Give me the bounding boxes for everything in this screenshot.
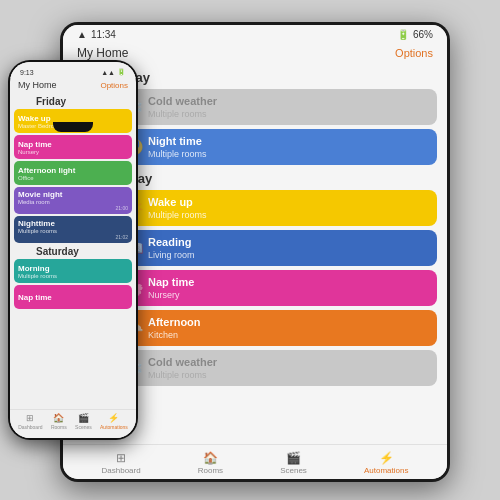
iphone-notch <box>53 122 93 132</box>
iphone-bottom-nav: ⊞ Dashboard 🏠 Rooms 🎬 Scenes ⚡ Automatio… <box>10 409 136 438</box>
reading-card-monday[interactable]: 📖 Reading Living room <box>120 230 437 266</box>
iphone-item-nighttime: Nighttime Multiple rooms 21:02 <box>14 216 132 243</box>
automations-label: Automations <box>364 466 408 475</box>
iphone-automations-label: Automations <box>100 424 128 430</box>
iphone-dashboard-label: Dashboard <box>18 424 42 430</box>
cold-weather-card-sunday[interactable]: ❄️ Cold weather Multiple rooms <box>120 89 437 125</box>
iphone-item-nap2: Nap time <box>14 285 132 309</box>
iphone-rooms-label: Rooms <box>51 424 67 430</box>
iphone-status-right: ▲▲ 🔋 <box>101 68 126 76</box>
iphone-item-movie-night: Movie night Media room 21:00 <box>14 187 132 214</box>
ipad-nav-scenes[interactable]: 🎬 Scenes <box>280 451 307 475</box>
iphone-signal-icon: ▲▲ <box>101 69 115 76</box>
friday-header: Friday <box>36 96 132 107</box>
ipad-status-right: 🔋 66% <box>397 29 433 40</box>
iphone-scenes-label: Scenes <box>75 424 92 430</box>
rooms-icon: 🏠 <box>203 451 218 465</box>
iphone-nighttime-card[interactable]: Nighttime Multiple rooms 21:02 <box>14 216 132 243</box>
iphone-rooms-icon: 🏠 <box>53 413 64 423</box>
iphone-scenes-icon: 🎬 <box>78 413 89 423</box>
iphone-item-afternoon-light: Afternoon light Office <box>14 161 132 185</box>
iphone-nap-card[interactable]: Nap time Nursery <box>14 135 132 159</box>
rooms-label: Rooms <box>198 466 223 475</box>
iphone-battery-icon: 🔋 <box>117 68 126 76</box>
iphone-options-button[interactable]: Options <box>100 81 128 90</box>
iphone-item-morning: Morning Multiple rooms <box>14 259 132 283</box>
iphone-time: 9:13 <box>20 69 34 76</box>
automations-icon: ⚡ <box>379 451 394 465</box>
iphone-nav-automations[interactable]: ⚡ Automations <box>100 413 128 430</box>
cold-weather-card-monday[interactable]: ❄️ Cold weather Multiple rooms <box>120 350 437 386</box>
ipad-nav-dashboard[interactable]: ⊞ Dashboard <box>102 451 141 475</box>
battery-pct: 66% <box>413 29 433 40</box>
iphone-item-nap: Nap time Nursery <box>14 135 132 159</box>
scenes-label: Scenes <box>280 466 307 475</box>
ipad-status-bar: ▲ 11:34 🔋 66% <box>63 25 447 44</box>
wake-up-card-monday[interactable]: ☀️ Wake up Multiple rooms <box>120 190 437 226</box>
dashboard-label: Dashboard <box>102 466 141 475</box>
ipad-home-title: My Home <box>77 46 128 60</box>
iphone-content: Friday Wake up Master Bedroom Nap time N… <box>10 93 136 409</box>
ipad-bottom-nav: ⊞ Dashboard 🏠 Rooms 🎬 Scenes ⚡ Automatio… <box>63 444 447 479</box>
afternoon-card-monday[interactable]: 🌤️ Afternoon Kitchen <box>120 310 437 346</box>
iphone-dashboard-icon: ⊞ <box>26 413 34 423</box>
ipad-options-button[interactable]: Options <box>395 47 433 59</box>
iphone-nav-bar: My Home Options <box>10 78 136 93</box>
ipad-nav-automations[interactable]: ⚡ Automations <box>364 451 408 475</box>
saturday-header: Saturday <box>36 246 132 257</box>
iphone-afternoon-light-card[interactable]: Afternoon light Office <box>14 161 132 185</box>
iphone-home-title: My Home <box>18 80 57 90</box>
iphone-nav-scenes[interactable]: 🎬 Scenes <box>75 413 92 430</box>
iphone-movie-night-card[interactable]: Movie night Media room 21:00 <box>14 187 132 214</box>
sunday-header: Sunday <box>103 70 437 85</box>
scenes-icon: 🎬 <box>286 451 301 465</box>
dashboard-icon: ⊞ <box>116 451 126 465</box>
monday-header: Monday <box>103 171 437 186</box>
ipad-nav-rooms[interactable]: 🏠 Rooms <box>198 451 223 475</box>
wifi-icon: ▲ <box>77 29 87 40</box>
iphone-status-bar: 9:13 ▲▲ 🔋 <box>10 62 136 78</box>
ipad-time: 11:34 <box>91 29 116 40</box>
night-time-card-sunday[interactable]: 🌙 Night time Multiple rooms <box>120 129 437 165</box>
iphone-nap2-card[interactable]: Nap time <box>14 285 132 309</box>
iphone-nav-dashboard[interactable]: ⊞ Dashboard <box>18 413 42 430</box>
iphone-screen: 9:13 ▲▲ 🔋 My Home Options Friday Wake up… <box>10 62 136 438</box>
battery-icon: 🔋 <box>397 29 409 40</box>
iphone-automations-icon: ⚡ <box>108 413 119 423</box>
iphone-nav-rooms[interactable]: 🏠 Rooms <box>51 413 67 430</box>
iphone-device: 9:13 ▲▲ 🔋 My Home Options Friday Wake up… <box>8 60 138 440</box>
nap-time-card-monday[interactable]: 🌸 Nap time Nursery <box>120 270 437 306</box>
iphone-morning-card[interactable]: Morning Multiple rooms <box>14 259 132 283</box>
ipad-status-left: ▲ 11:34 <box>77 29 116 40</box>
